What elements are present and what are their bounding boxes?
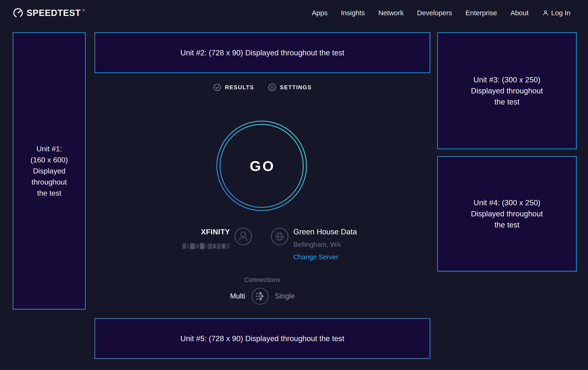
- check-circle-icon: [213, 83, 221, 91]
- connections-toggle-row: Multi Single: [94, 287, 430, 305]
- server-globe-icon[interactable]: [271, 228, 289, 245]
- connections-single-option[interactable]: Single: [275, 292, 295, 300]
- go-label: GO: [215, 120, 308, 212]
- speedometer-gauge-icon: [13, 8, 23, 18]
- gear-icon: [268, 83, 276, 91]
- login-label: Log In: [551, 9, 570, 17]
- nav-insights[interactable]: Insights: [341, 9, 365, 17]
- ad-unit-3[interactable]: Unit #3: (300 x 250) Displayed throughou…: [437, 32, 577, 149]
- user-icon: [542, 10, 549, 16]
- ad-text-line: throughout: [32, 177, 67, 188]
- connections-label: Connections: [94, 276, 430, 283]
- isp-name: XFINITY: [149, 228, 230, 236]
- ad-text-line: the test: [494, 96, 519, 108]
- tab-settings[interactable]: SETTINGS: [268, 83, 312, 91]
- connections-multi-option[interactable]: Multi: [230, 292, 245, 300]
- ad-text-line: Displayed: [33, 165, 66, 177]
- server-location: Bellingham, WA: [293, 241, 341, 249]
- nav-network[interactable]: Network: [378, 9, 404, 17]
- ad-text-line: Unit #2: (728 x 90) Displayed throughout…: [180, 47, 344, 58]
- speedtest-page: SPEEDTEST ® Apps Insights Network Develo…: [0, 0, 588, 370]
- ad-text-line: Unit #3: (300 x 250): [473, 74, 540, 85]
- ad-unit-2[interactable]: Unit #2: (728 x 90) Displayed throughout…: [94, 32, 430, 73]
- change-server-link[interactable]: Change Server: [293, 253, 338, 261]
- ad-text-line: Unit #1:: [36, 143, 62, 154]
- ad-text-line: Displayed throughout: [471, 85, 543, 96]
- nav-apps[interactable]: Apps: [312, 9, 327, 17]
- ad-text-line: Displayed throughout: [471, 208, 543, 219]
- header: SPEEDTEST ® Apps Insights Network Develo…: [0, 0, 588, 26]
- login-button[interactable]: Log In: [542, 9, 570, 17]
- logo-trademark: ®: [83, 9, 85, 12]
- tab-results[interactable]: RESULTS: [213, 83, 254, 91]
- ad-text-line: Unit #5: (728 x 90) Displayed throughout…: [180, 333, 344, 344]
- connections-mode-toggle-icon[interactable]: [251, 287, 269, 305]
- logo-text: SPEEDTEST: [27, 8, 81, 18]
- ad-unit-4[interactable]: Unit #4: (300 x 250) Displayed throughou…: [437, 156, 577, 271]
- tab-results-label: RESULTS: [225, 84, 254, 91]
- ad-unit-5[interactable]: Unit #5: (728 x 90) Displayed throughout…: [94, 318, 430, 359]
- ad-unit-1[interactable]: Unit #1: (160 x 600) Displayed throughou…: [13, 32, 86, 310]
- tab-settings-label: SETTINGS: [280, 84, 312, 91]
- ad-text-line: the test: [494, 219, 519, 230]
- nav-developers[interactable]: Developers: [417, 9, 452, 17]
- view-tabs: RESULTS SETTINGS: [94, 83, 430, 91]
- server-name: Green House Data: [293, 228, 357, 236]
- isp-user-icon[interactable]: [234, 228, 252, 245]
- redacted-ip-address: [182, 243, 230, 250]
- logo[interactable]: SPEEDTEST ®: [13, 8, 85, 18]
- nav-enterprise[interactable]: Enterprise: [465, 9, 497, 17]
- ad-text-line: (160 x 600): [31, 154, 68, 165]
- ad-text-line: Unit #4: (300 x 250): [473, 197, 540, 208]
- nav-about[interactable]: About: [510, 9, 528, 17]
- ad-text-line: the test: [37, 188, 62, 199]
- main-nav: Apps Insights Network Developers Enterpr…: [312, 0, 570, 26]
- go-button[interactable]: GO: [215, 120, 308, 212]
